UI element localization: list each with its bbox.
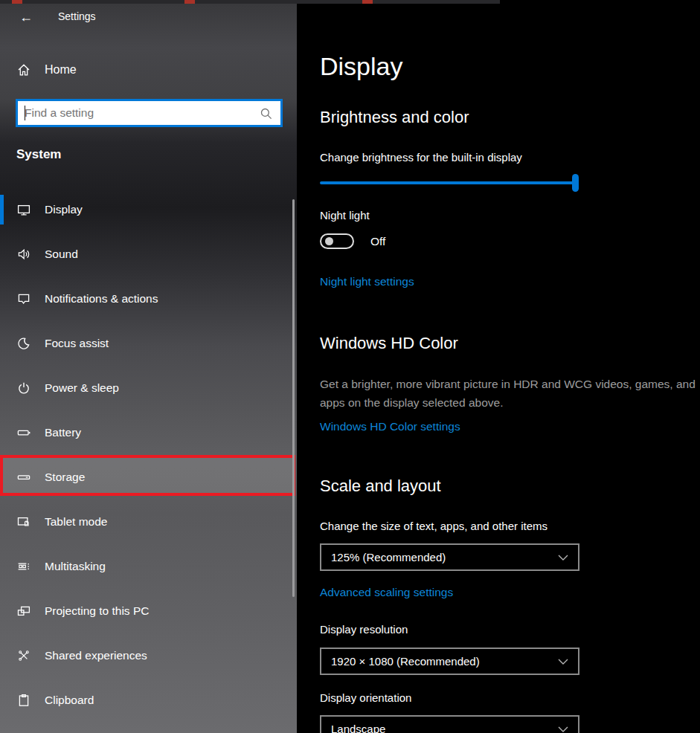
tablet-mode-icon xyxy=(16,514,31,529)
sound-icon xyxy=(16,247,31,262)
sidebar-scrollbar[interactable] xyxy=(292,199,295,597)
sidebar-item-display[interactable]: Display xyxy=(0,195,297,225)
orientation-dropdown-value: Landscape xyxy=(331,717,385,733)
focus-assist-icon xyxy=(16,336,31,351)
sidebar-item-projecting[interactable]: Projecting to this PC xyxy=(0,596,297,626)
projecting-icon xyxy=(16,604,31,619)
sidebar-item-focus-assist[interactable]: Focus assist xyxy=(0,329,297,358)
night-light-settings-link[interactable]: Night light settings xyxy=(320,275,414,288)
sidebar-item-label: Battery xyxy=(45,418,81,448)
orientation-label: Display orientation xyxy=(320,691,411,704)
power-icon xyxy=(16,381,31,395)
chevron-down-icon xyxy=(558,726,568,732)
search-box[interactable] xyxy=(16,99,283,127)
orientation-dropdown[interactable]: Landscape xyxy=(320,715,579,733)
sidebar-item-label: Display xyxy=(45,195,83,225)
sidebar-section-header: System xyxy=(16,147,61,162)
scale-layout-section-title: Scale and layout xyxy=(320,477,441,496)
hd-color-section-title: Windows HD Color xyxy=(320,334,458,353)
sidebar-item-home[interactable]: Home xyxy=(0,54,297,86)
sidebar-item-shared-experiences[interactable]: Shared experiences xyxy=(0,641,297,671)
sidebar-item-label: Storage xyxy=(45,462,85,492)
resolution-dropdown[interactable]: 1920 × 1080 (Recommended) xyxy=(320,648,579,675)
selected-accent-bar xyxy=(0,195,4,225)
sidebar-item-label: Tablet mode xyxy=(45,507,107,537)
sidebar-item-label: Focus assist xyxy=(45,329,109,358)
display-settings-panel: Display Brightness and color Change brig… xyxy=(297,4,700,733)
night-light-state: Off xyxy=(370,235,385,248)
display-icon xyxy=(16,202,31,217)
hd-color-settings-link[interactable]: Windows HD Color settings xyxy=(320,420,460,433)
slider-track[interactable] xyxy=(320,181,577,184)
search-input[interactable] xyxy=(18,101,280,125)
multitasking-icon xyxy=(16,559,31,574)
sidebar-item-label: Notifications & actions xyxy=(45,284,158,314)
shared-experiences-icon xyxy=(16,648,31,663)
window-title: Settings xyxy=(58,10,96,22)
resolution-label: Display resolution xyxy=(320,623,408,636)
search-icon xyxy=(260,107,273,120)
settings-window: ← Settings Home System Display Sound Not… xyxy=(0,0,700,733)
sidebar-item-label: Sound xyxy=(45,239,78,269)
sidebar-item-clipboard[interactable]: Clipboard xyxy=(0,685,297,715)
scale-label: Change the size of text, apps, and other… xyxy=(320,520,548,532)
text-caret xyxy=(25,106,25,120)
sidebar-item-label: Shared experiences xyxy=(45,641,147,671)
sidebar-item-label: Clipboard xyxy=(45,685,94,715)
sidebar-item-tablet-mode[interactable]: Tablet mode xyxy=(0,507,297,537)
sidebar-item-label: Projecting to this PC xyxy=(45,596,149,626)
battery-icon xyxy=(16,425,31,440)
sidebar-item-label: Multitasking xyxy=(45,552,106,581)
storage-icon xyxy=(16,470,31,485)
slider-thumb[interactable] xyxy=(572,174,579,192)
brightness-section-title: Brightness and color xyxy=(320,108,469,127)
hd-color-description: Get a brighter, more vibrant picture in … xyxy=(320,375,700,412)
home-icon xyxy=(16,62,31,77)
advanced-scaling-link[interactable]: Advanced scaling settings xyxy=(320,586,453,599)
sidebar-item-storage[interactable]: Storage xyxy=(0,462,297,492)
sidebar-item-multitasking[interactable]: Multitasking xyxy=(0,552,297,581)
night-light-label: Night light xyxy=(320,209,370,222)
back-button[interactable]: ← xyxy=(15,7,37,27)
chevron-down-icon xyxy=(558,555,568,561)
sidebar-item-label: Home xyxy=(45,54,77,86)
scale-dropdown[interactable]: 125% (Recommended) xyxy=(320,543,579,571)
settings-sidebar: ← Settings Home System Display Sound Not… xyxy=(0,4,297,733)
sidebar-item-sound[interactable]: Sound xyxy=(0,239,297,269)
notifications-icon xyxy=(16,291,31,306)
brightness-slider-label: Change brightness for the built-in displ… xyxy=(320,151,522,164)
resolution-dropdown-value: 1920 × 1080 (Recommended) xyxy=(331,649,480,674)
scale-dropdown-value: 125% (Recommended) xyxy=(331,545,446,569)
sidebar-item-battery[interactable]: Battery xyxy=(0,418,297,448)
sidebar-item-label: Power & sleep xyxy=(45,373,119,403)
brightness-slider[interactable] xyxy=(320,173,582,193)
page-title: Display xyxy=(320,52,402,81)
chevron-down-icon xyxy=(558,659,568,665)
sidebar-item-notifications[interactable]: Notifications & actions xyxy=(0,284,297,314)
sidebar-item-power-sleep[interactable]: Power & sleep xyxy=(0,373,297,403)
clipboard-icon xyxy=(16,693,31,708)
night-light-toggle[interactable] xyxy=(320,233,354,249)
toggle-knob xyxy=(325,237,333,245)
